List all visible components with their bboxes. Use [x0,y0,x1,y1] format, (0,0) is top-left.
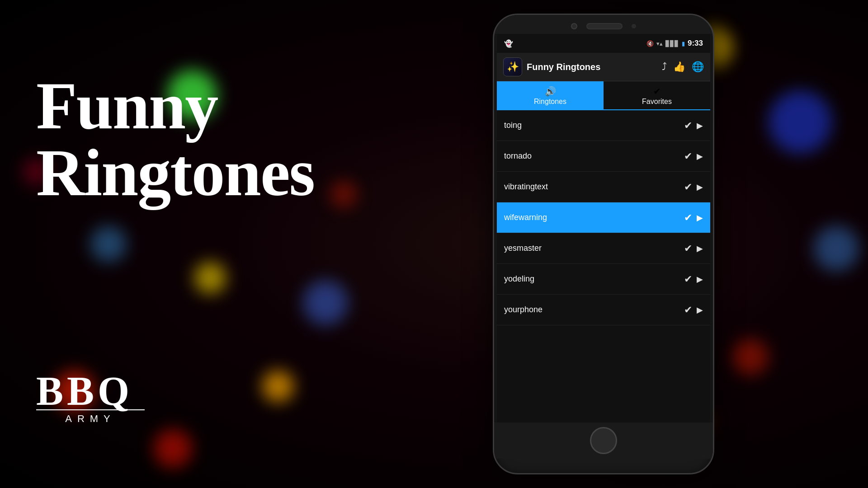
check-icon[interactable]: ✔ [684,150,692,162]
phone-bottom-bezel [494,422,713,459]
favorites-tab-label: Favorites [642,98,672,106]
check-icon[interactable]: ✔ [684,181,692,193]
play-icon[interactable]: ▶ [697,274,703,284]
ringtone-item[interactable]: yodeling ✔ ▶ [497,264,710,295]
tab-ringtones[interactable]: 🔊 Ringtones [497,81,604,109]
ringtone-actions: ✔ ▶ [684,150,703,162]
home-button[interactable] [590,427,617,454]
ringtone-name: toing [504,121,522,130]
phone-body: 👻 🔇 ▾▴ ▊▊▊ ▮ 9:33 ✨ Funny Ringtones ⤴ [493,14,714,474]
left-content: Funny Ringtones [36,72,314,206]
ringtone-actions: ✔ ▶ [684,120,703,131]
ringtone-item[interactable]: tornado ✔ ▶ [497,141,710,172]
battery-icon: ▮ [682,40,685,47]
army-text: ARMY [36,413,145,425]
signal-icon: ▊▊▊ [665,40,679,47]
ringtone-item[interactable]: yourphone ✔ ▶ [497,295,710,325]
bbq-text: BBQ [36,371,145,412]
check-icon[interactable]: ✔ [684,273,692,285]
ringtone-actions: ✔ ▶ [684,212,703,224]
ghost-icon: 👻 [504,39,513,48]
ringtone-actions: ✔ ▶ [684,243,703,254]
ringtone-name: yodeling [504,274,534,284]
play-icon[interactable]: ▶ [697,244,703,253]
ringtone-name: tornado [504,151,532,161]
check-icon[interactable]: ✔ [684,120,692,131]
title-ringtones: Ringtones [36,139,314,206]
app-icon: ✨ [503,57,522,76]
tab-bar: 🔊 Ringtones ✔ Favorites [497,81,710,110]
ringtone-name: yesmaster [504,244,542,253]
phone-mockup: 👻 🔇 ▾▴ ▊▊▊ ▮ 9:33 ✨ Funny Ringtones ⤴ [493,14,714,474]
like-button[interactable]: 👍 [673,61,685,73]
play-icon[interactable]: ▶ [697,305,703,315]
ringtone-list: toing ✔ ▶ tornado ✔ ▶ vibratingtext ✔ ▶ … [497,110,710,325]
ringtone-item[interactable]: wifewarning ✔ ▶ [497,202,710,233]
ringtone-item[interactable]: toing ✔ ▶ [497,110,710,141]
wifi-icon: ▾▴ [656,40,663,47]
play-icon[interactable]: ▶ [697,151,703,161]
bbq-logo: BBQ ARMY [36,371,145,425]
globe-button[interactable]: 🌐 [692,61,704,73]
ringtone-name: yourphone [504,305,542,314]
ringtone-name: wifewarning [504,213,547,222]
status-bar: 👻 🔇 ▾▴ ▊▊▊ ▮ 9:33 [497,34,710,53]
phone-screen: 👻 🔇 ▾▴ ▊▊▊ ▮ 9:33 ✨ Funny Ringtones ⤴ [497,34,710,422]
play-icon[interactable]: ▶ [697,121,703,131]
ringtone-name: vibratingtext [504,182,548,192]
ringtone-item[interactable]: yesmaster ✔ ▶ [497,233,710,264]
status-right: 🔇 ▾▴ ▊▊▊ ▮ 9:33 [646,39,703,48]
ringtones-tab-icon: 🔊 [545,86,556,97]
mute-icon: 🔇 [646,40,654,47]
ringtone-actions: ✔ ▶ [684,181,703,193]
status-time: 9:33 [688,39,703,48]
ringtones-tab-label: Ringtones [534,98,566,106]
play-icon[interactable]: ▶ [697,182,703,192]
title-funny: Funny [36,72,314,139]
app-header: ✨ Funny Ringtones ⤴ 👍 🌐 [497,53,710,81]
sensor-dot [632,24,636,28]
check-icon[interactable]: ✔ [684,212,692,224]
phone-top-bar [494,15,713,34]
status-left: 👻 [504,39,513,48]
speaker-grille [586,23,623,29]
app-title: Funny Ringtones [527,62,657,72]
ringtone-actions: ✔ ▶ [684,304,703,316]
check-icon[interactable]: ✔ [684,304,692,316]
header-icons: ⤴ 👍 🌐 [662,61,704,73]
play-icon[interactable]: ▶ [697,213,703,223]
check-icon[interactable]: ✔ [684,243,692,254]
app-icon-emoji: ✨ [507,61,519,73]
ringtone-item[interactable]: vibratingtext ✔ ▶ [497,172,710,202]
favorites-tab-icon: ✔ [653,86,661,97]
camera-dot [571,23,577,29]
share-button[interactable]: ⤴ [662,61,667,73]
ringtone-actions: ✔ ▶ [684,273,703,285]
tab-favorites[interactable]: ✔ Favorites [604,81,710,109]
